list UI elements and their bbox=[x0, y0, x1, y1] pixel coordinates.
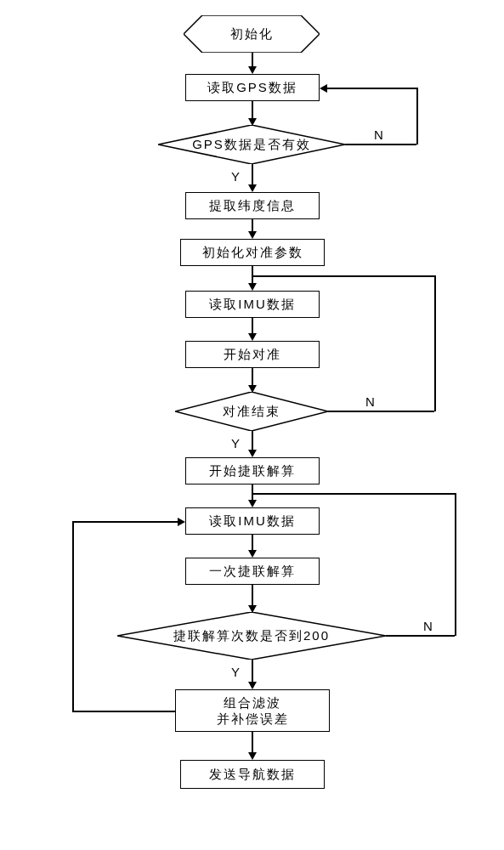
edge bbox=[252, 660, 253, 683]
arrowhead bbox=[248, 752, 257, 760]
start-sins-node: 开始捷联解算 bbox=[185, 457, 320, 484]
arrowhead bbox=[178, 518, 185, 526]
edge bbox=[252, 368, 253, 387]
edge-label-yes: Y bbox=[231, 665, 241, 679]
edge-label-no: N bbox=[365, 394, 377, 409]
edge bbox=[252, 585, 253, 607]
edge bbox=[455, 493, 456, 636]
read-gps-label: 读取GPS数据 bbox=[207, 79, 297, 96]
send-node: 发送导航数据 bbox=[180, 760, 325, 789]
gps-valid-label: GPS数据是否有效 bbox=[158, 125, 345, 164]
align-done-decision: 对准结束 bbox=[175, 392, 328, 431]
edge bbox=[345, 144, 416, 145]
send-label: 发送导航数据 bbox=[209, 766, 296, 783]
start-align-label: 开始对准 bbox=[224, 346, 281, 363]
arrowhead bbox=[248, 283, 257, 291]
arrowhead bbox=[248, 500, 257, 507]
edge bbox=[252, 164, 253, 186]
edge-label-no: N bbox=[374, 128, 385, 142]
edge bbox=[252, 732, 253, 754]
arrowhead bbox=[248, 550, 257, 558]
edge bbox=[386, 635, 455, 637]
filter-label: 组合滤波 并补偿误差 bbox=[217, 694, 289, 728]
arrowhead bbox=[248, 184, 257, 192]
count-200-decision: 捷联解算次数是否到200 bbox=[117, 612, 386, 660]
filter-node: 组合滤波 并补偿误差 bbox=[175, 689, 330, 732]
arrowhead bbox=[248, 682, 257, 689]
init-align-node: 初始化对准参数 bbox=[180, 239, 325, 266]
edge bbox=[72, 521, 178, 523]
one-sins-label: 一次捷联解算 bbox=[209, 563, 296, 580]
edge bbox=[72, 711, 176, 712]
extract-lat-node: 提取纬度信息 bbox=[185, 192, 320, 219]
read-imu1-node: 读取IMU数据 bbox=[185, 291, 320, 318]
edge-label-no: N bbox=[423, 619, 434, 633]
edge bbox=[434, 275, 436, 411]
read-imu2-node: 读取IMU数据 bbox=[185, 507, 320, 535]
extract-lat-label: 提取纬度信息 bbox=[209, 197, 296, 214]
edge bbox=[326, 88, 417, 89]
read-imu1-label: 读取IMU数据 bbox=[209, 296, 296, 313]
edge bbox=[252, 101, 253, 120]
arrowhead bbox=[248, 66, 257, 74]
start-sins-label: 开始捷联解算 bbox=[209, 462, 296, 479]
edge bbox=[252, 318, 253, 335]
count-200-label: 捷联解算次数是否到200 bbox=[117, 612, 386, 660]
edge bbox=[252, 493, 456, 495]
edge bbox=[328, 411, 434, 412]
start-node: 初始化 bbox=[184, 15, 320, 53]
align-done-label: 对准结束 bbox=[175, 392, 328, 431]
start-label: 初始化 bbox=[184, 15, 320, 53]
edge bbox=[252, 431, 253, 451]
one-sins-node: 一次捷联解算 bbox=[185, 558, 320, 585]
edge-label-yes: Y bbox=[231, 436, 241, 450]
edge bbox=[252, 535, 253, 552]
arrowhead bbox=[320, 84, 327, 93]
edge bbox=[72, 521, 74, 711]
arrowhead bbox=[248, 333, 257, 341]
init-align-label: 初始化对准参数 bbox=[202, 244, 303, 261]
read-imu2-label: 读取IMU数据 bbox=[209, 513, 296, 530]
arrowhead bbox=[248, 450, 257, 457]
gps-valid-decision: GPS数据是否有效 bbox=[158, 125, 345, 164]
read-gps-node: 读取GPS数据 bbox=[185, 74, 320, 101]
start-align-node: 开始对准 bbox=[185, 341, 320, 368]
edge-label-yes: Y bbox=[231, 169, 241, 184]
arrowhead bbox=[248, 231, 257, 239]
edge bbox=[252, 275, 435, 277]
edge bbox=[416, 88, 418, 144]
